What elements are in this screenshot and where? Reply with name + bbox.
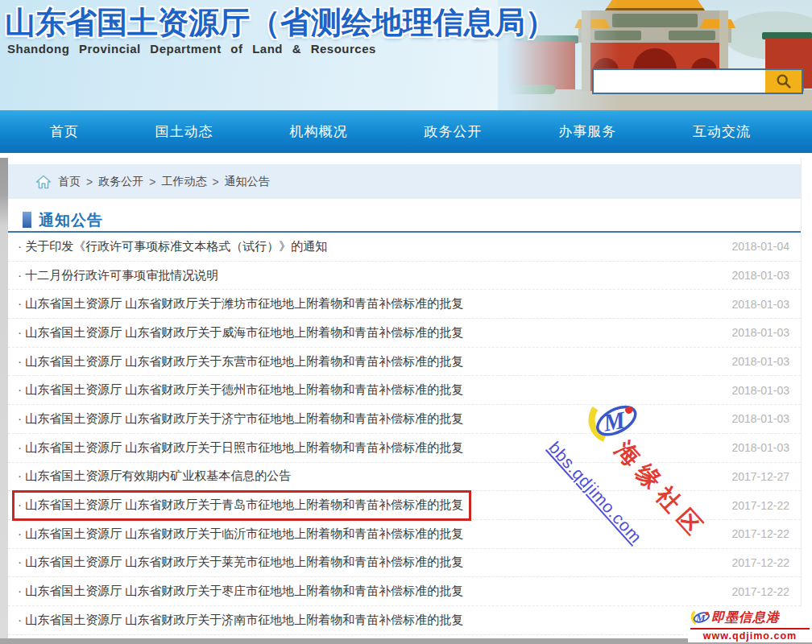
photo-gate-roof [605, 0, 705, 10]
section-title: 通知公告 [39, 210, 103, 231]
notice-row: 山东省国土资源厅 山东省财政厅关于枣庄市征地地上附着物和青苗补偿标准的批复 20… [8, 577, 801, 606]
notice-link[interactable]: 山东省国土资源厅 山东省财政厅关于临沂市征地地上附着物和青苗补偿标准的批复 [18, 526, 463, 542]
nav-item-gov-affairs[interactable]: 政务公开 [424, 122, 482, 141]
notice-link[interactable]: 山东省国土资源厅 山东省财政厅关于威海市征地地上附着物和青苗补偿标准的批复 [18, 325, 463, 341]
notice-link[interactable]: 山东省国土资源厅 山东省财政厅关于枣庄市征地地上附着物和青苗补偿标准的批复 [18, 584, 463, 599]
notice-row: 山东省国土资源厅 山东省财政厅关于东营市征地地上附着物和青苗补偿标准的批复 20… [8, 348, 801, 377]
breadcrumb-separator: > [149, 175, 155, 188]
notice-link[interactable]: 山东省国土资源厅 山东省财政厅关于青岛市征地地上附着物和青苗补偿标准的批复 [18, 497, 463, 513]
notice-link[interactable]: 山东省国土资源厅 山东省财政厅关于济宁市征地地上附着物和青苗补偿标准的批复 [18, 411, 463, 427]
notice-link[interactable]: 关于印发《行政许可事项标准文本格式（试行）》的通知 [18, 239, 327, 254]
notice-row: 山东省国土资源厅 山东省财政厅关于济宁市征地地上附着物和青苗补偿标准的批复 20… [8, 405, 801, 434]
notice-link[interactable]: 山东省国土资源厅 山东省财政厅关于潍坊市征地地上附着物和青苗补偿标准的批复 [18, 296, 463, 312]
notice-link[interactable]: 山东省国土资源厅 山东省财政厅关于德州市征地地上附着物和青苗补偿标准的批复 [18, 382, 463, 398]
breadcrumb-separator: > [212, 175, 218, 188]
breadcrumb-work[interactable]: 工作动态 [161, 175, 206, 189]
notice-row-highlighted: 山东省国土资源厅 山东省财政厅关于青岛市征地地上附着物和青苗补偿标准的批复 20… [8, 491, 801, 520]
notice-row: 山东省国土资源厅 山东省财政厅关于威海市征地地上附着物和青苗补偿标准的批复 20… [8, 319, 801, 348]
notice-link[interactable]: 山东省国土资源厅 山东省财政厅关于东营市征地地上附着物和青苗补偿标准的批复 [18, 354, 463, 369]
notice-row: 山东省国土资源厅有效期内矿业权基本信息的公告 2017-12-27 [8, 463, 801, 492]
nav-item-services[interactable]: 办事服务 [558, 122, 616, 141]
header-banner: 山东省国土资源厅（省测绘地理信息局） Shandong Provincial D… [0, 0, 812, 110]
notice-date: 2017-12-22 [731, 499, 789, 512]
notice-list: 关于印发《行政许可事项标准文本格式（试行）》的通知 2018-01-04 十二月… [8, 233, 801, 635]
corner-url: www.qdjimo.com [690, 630, 810, 642]
notice-date: 2018-01-03 [731, 441, 789, 454]
corner-watermark: M 即墨信息港 www.qdjimo.com [688, 607, 812, 642]
notice-row: 山东省国土资源厅 山东省财政厅关于日照市征地地上附着物和青苗补偿标准的批复 20… [8, 434, 801, 463]
notice-row: 关于印发《行政许可事项标准文本格式（试行）》的通知 2018-01-04 [8, 233, 801, 262]
notice-date: 2018-01-03 [731, 384, 789, 397]
site-title: 山东省国土资源厅（省测绘地理信息局） [5, 2, 556, 43]
notice-date: 2018-01-03 [731, 326, 789, 339]
notice-row: 山东省国土资源厅 山东省财政厅关于临沂市征地地上附着物和青苗补偿标准的批复 20… [8, 520, 801, 549]
notice-link[interactable]: 山东省国土资源厅有效期内矿业权基本信息的公告 [18, 469, 291, 484]
notice-date: 2018-01-03 [731, 269, 789, 282]
photo-gate-roof [700, 19, 735, 28]
notice-link[interactable]: 山东省国土资源厅 山东省财政厅关于济南市征地地上附着物和青苗补偿标准的批复 [18, 613, 463, 628]
photo-carved-panel [669, 31, 715, 40]
search-input[interactable] [594, 70, 765, 93]
notice-date: 2017-12-27 [731, 470, 789, 483]
notice-date: 2018-01-04 [731, 240, 789, 253]
section-marker [23, 212, 31, 228]
nav-item-home[interactable]: 首页 [50, 122, 79, 141]
notice-row: 山东省国土资源厅 山东省财政厅关于潍坊市征地地上附着物和青苗补偿标准的批复 20… [8, 290, 801, 319]
notice-row: 山东省国土资源厅 山东省财政厅关于莱芜市征地地上附着物和青苗补偿标准的批复 20… [8, 549, 801, 578]
notice-date: 2018-01-03 [731, 412, 789, 425]
search-button[interactable] [765, 70, 802, 93]
notice-link[interactable]: 十二月份行政许可事项审批情况说明 [18, 268, 218, 283]
breadcrumb-notices[interactable]: 通知公告 [225, 175, 270, 189]
left-edge-strip [0, 158, 8, 644]
notice-link[interactable]: 山东省国土资源厅 山东省财政厅关于莱芜市征地地上附着物和青苗补偿标准的批复 [18, 555, 463, 570]
nav-item-interaction[interactable]: 互动交流 [693, 122, 751, 141]
corner-divider [690, 628, 810, 630]
photo-carved-panel [612, 14, 698, 27]
nav-item-organization[interactable]: 机构概况 [290, 122, 348, 141]
corner-logo-icon: M [690, 608, 711, 627]
notice-row: 十二月份行政许可事项审批情况说明 2018-01-03 [8, 262, 801, 291]
svg-text:M: M [695, 612, 706, 624]
notice-row: 山东省国土资源厅 山东省财政厅关于济南市征地地上附着物和青苗补偿标准的批复 20… [8, 606, 801, 635]
content-area: 首页 > 政务公开 > 工作动态 > 通知公告 通知公告 关于印发《行政许可事项… [8, 158, 802, 644]
search-icon [775, 72, 793, 90]
breadcrumb-separator: > [86, 175, 93, 188]
main-nav: 首页 国土动态 机构概况 政务公开 办事服务 互动交流 [0, 110, 812, 153]
nav-item-land-news[interactable]: 国土动态 [155, 122, 213, 141]
section-header: 通知公告 [8, 208, 801, 233]
breadcrumb-home[interactable]: 首页 [58, 175, 81, 189]
site-subtitle: Shandong Provincial Department of Land &… [7, 42, 376, 56]
notice-link[interactable]: 山东省国土资源厅 山东省财政厅关于日照市征地地上附着物和青苗补偿标准的批复 [18, 440, 463, 456]
notice-date: 2018-01-03 [731, 298, 789, 311]
notice-date: 2018-01-03 [731, 355, 789, 368]
notice-row: 山东省国土资源厅 山东省财政厅关于德州市征地地上附着物和青苗补偿标准的批复 20… [8, 376, 801, 405]
corner-site-name: 即墨信息港 [711, 609, 780, 626]
breadcrumb-gov[interactable]: 政务公开 [98, 175, 143, 189]
search-box [592, 68, 803, 94]
breadcrumb: 首页 > 政务公开 > 工作动态 > 通知公告 [8, 164, 801, 199]
notice-date: 2017-12-22 [731, 527, 789, 540]
notice-date: 2017-12-22 [731, 556, 789, 569]
home-icon[interactable] [35, 175, 52, 189]
notice-date: 2017-12-22 [731, 585, 789, 598]
page: 山东省国土资源厅（省测绘地理信息局） Shandong Provincial D… [0, 0, 812, 644]
